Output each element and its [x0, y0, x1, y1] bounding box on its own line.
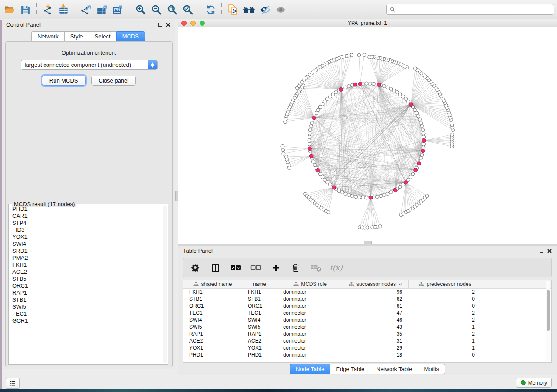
- search-field[interactable]: [386, 4, 554, 15]
- network-view[interactable]: [178, 27, 557, 244]
- new-network-from-selection-button[interactable]: [225, 2, 241, 17]
- refresh-layout-button[interactable]: [203, 2, 218, 17]
- mcds-result-item[interactable]: TID3: [10, 227, 163, 234]
- save-session-button[interactable]: [17, 2, 33, 17]
- mcds-result-item[interactable]: GCR1: [10, 317, 163, 324]
- tab-network-table[interactable]: Network Table: [370, 364, 418, 374]
- cell-shared-name: ORC1: [183, 303, 242, 309]
- open-file-button[interactable]: [2, 2, 17, 17]
- export-network-button[interactable]: [79, 2, 94, 17]
- cell-name: FKH1: [242, 289, 277, 296]
- task-history-button[interactable]: [6, 378, 20, 389]
- mcds-result-item[interactable]: SWI4: [10, 241, 163, 248]
- mcds-result-item[interactable]: STB1: [10, 296, 163, 303]
- mcds-result-item[interactable]: TEC1: [10, 310, 163, 317]
- mcds-result-item[interactable]: ACE2: [10, 268, 163, 275]
- cell-shared-name: ACE2: [183, 337, 242, 344]
- table-row[interactable]: RAP1RAP1dominator352: [183, 330, 551, 337]
- zoom-fit-button[interactable]: [164, 2, 180, 17]
- status-bar: Memory: [0, 375, 557, 389]
- close-table-panel-icon[interactable]: [547, 249, 552, 253]
- table-row[interactable]: SWI4SWI4dominator462: [183, 316, 551, 323]
- mcds-result-item[interactable]: ORC1: [10, 282, 163, 289]
- mcds-result-item[interactable]: RAP1: [10, 289, 163, 296]
- cell-MCDS-role: dominator: [277, 296, 343, 303]
- table-row[interactable]: SWI5SWI5connector431: [183, 323, 551, 330]
- table-row[interactable]: ORC1ORC1dominator610: [183, 303, 551, 309]
- tab-mcds[interactable]: MCDS: [116, 31, 145, 41]
- close-panel-icon[interactable]: [166, 23, 170, 27]
- mcds-result-list[interactable]: PHD1CAR1STP4TID3YOX1SWI4SRD1PMA2FKH1ACE2…: [10, 206, 163, 363]
- attribute-icon: [419, 282, 424, 287]
- zoom-out-button[interactable]: [149, 2, 164, 17]
- mcds-result-item[interactable]: PMA2: [10, 254, 163, 261]
- memory-button[interactable]: Memory: [516, 378, 552, 388]
- horizontal-splitter-handle[interactable]: [364, 241, 372, 244]
- table-options-button[interactable]: [190, 262, 201, 273]
- mcds-result-scrollbar[interactable]: [163, 206, 167, 363]
- table-row[interactable]: YOX1YOX1connector291: [183, 344, 551, 351]
- delete-row-button[interactable]: [290, 262, 301, 273]
- add-row-button[interactable]: [270, 262, 281, 273]
- show-all-button: [273, 2, 288, 17]
- mcds-result-box: MCDS result (17 nodes) PHD1CAR1STP4TID3Y…: [8, 204, 168, 365]
- zoom-selected-button[interactable]: [180, 2, 196, 17]
- import-network-button[interactable]: [40, 2, 56, 17]
- table-row[interactable]: ACE2ACE2connector311: [183, 337, 551, 344]
- table-scrollbar[interactable]: [546, 281, 550, 361]
- mcds-result-item[interactable]: STB5: [10, 275, 163, 282]
- delete-table-icon: [311, 263, 322, 272]
- cell-predecessor-nodes: 0: [409, 351, 481, 358]
- run-mcds-button[interactable]: Run MCDS: [42, 76, 86, 86]
- tab-motifs[interactable]: Motifs: [418, 364, 445, 374]
- mcds-result-item[interactable]: PHD1: [10, 206, 163, 213]
- cell-predecessor-nodes: 0: [409, 296, 481, 303]
- tab-edge-table[interactable]: Edge Table: [330, 364, 370, 374]
- tab-style[interactable]: Style: [64, 31, 89, 41]
- mcds-result-item[interactable]: SWI5: [10, 303, 163, 310]
- column-header-MCDS-role[interactable]: MCDS role: [277, 280, 343, 288]
- close-panel-button[interactable]: Close panel: [91, 76, 136, 86]
- table-row[interactable]: FKH1FKH1dominator962: [183, 289, 551, 296]
- optimization-criterion-label: Optimization criterion:: [6, 49, 172, 56]
- mcds-result-item[interactable]: FKH1: [10, 261, 163, 268]
- mcds-result-item[interactable]: SRD1: [10, 248, 163, 254]
- zoom-in-button[interactable]: [133, 2, 149, 17]
- column-header-successor-nodes[interactable]: successor nodes: [343, 280, 409, 288]
- cell-MCDS-role: connector: [277, 323, 343, 330]
- show-columns-icon: [211, 263, 220, 272]
- select-all-checks-button[interactable]: [230, 262, 241, 273]
- cell-successor-nodes: 47: [343, 309, 409, 316]
- cell-MCDS-role: dominator: [277, 289, 343, 296]
- zoom-selected-icon: [182, 4, 194, 15]
- tab-select[interactable]: Select: [89, 31, 116, 41]
- export-table-button[interactable]: [94, 2, 110, 17]
- tab-node-table[interactable]: Node Table: [290, 364, 330, 374]
- first-neighbors-button[interactable]: [241, 2, 257, 17]
- table-row[interactable]: PHD1PHD1dominator180: [183, 351, 551, 358]
- cell-MCDS-role: connector: [277, 344, 343, 351]
- vertical-splitter-handle[interactable]: [175, 191, 178, 201]
- show-columns-button[interactable]: [210, 262, 221, 273]
- memory-label: Memory: [528, 380, 547, 386]
- column-header-predecessor-nodes[interactable]: predecessor nodes: [409, 280, 481, 288]
- tab-network[interactable]: Network: [31, 31, 64, 41]
- mcds-result-item[interactable]: YOX1: [10, 234, 163, 241]
- mcds-result-item[interactable]: STP4: [10, 220, 163, 227]
- zoom-out-icon: [151, 4, 162, 15]
- column-header-name[interactable]: name: [242, 280, 277, 288]
- import-table-button[interactable]: [56, 2, 72, 17]
- criterion-dropdown[interactable]: largest connected component (undirected): [21, 60, 158, 70]
- mcds-result-item[interactable]: CAR1: [10, 213, 163, 220]
- table-row[interactable]: STB1STB1dominator620: [183, 296, 551, 303]
- hide-selected-button[interactable]: [257, 2, 273, 17]
- clear-all-checks-button[interactable]: [250, 262, 261, 273]
- float-panel-icon[interactable]: [158, 23, 162, 27]
- table-scrollbar-thumb[interactable]: [547, 290, 550, 331]
- table-row[interactable]: TEC1TEC1connector472: [183, 309, 551, 316]
- export-image-button[interactable]: [110, 2, 126, 17]
- float-table-panel-icon[interactable]: [540, 249, 543, 253]
- search-input[interactable]: [397, 5, 554, 14]
- column-header-shared-name[interactable]: shared name: [183, 280, 242, 288]
- select-all-checks-icon: [230, 263, 241, 272]
